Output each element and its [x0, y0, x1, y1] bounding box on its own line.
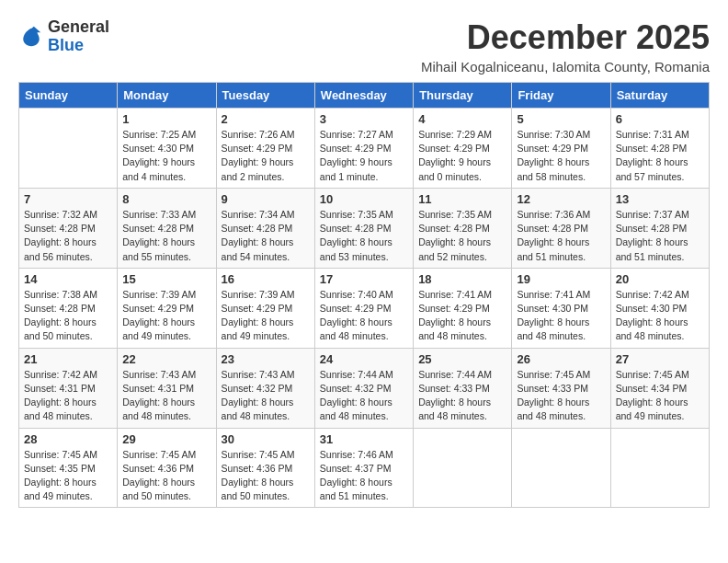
day-number: 6 [616, 112, 704, 126]
day-info: Sunrise: 7:26 AM Sunset: 4:29 PM Dayligh… [222, 128, 310, 184]
calendar-cell: 1Sunrise: 7:25 AM Sunset: 4:30 PM Daylig… [118, 109, 216, 189]
calendar-cell [414, 428, 512, 508]
calendar-cell: 27Sunrise: 7:45 AM Sunset: 4:34 PM Dayli… [610, 348, 709, 428]
location-title: Mihail Kogalniceanu, Ialomita County, Ro… [421, 59, 710, 75]
day-info: Sunrise: 7:30 AM Sunset: 4:29 PM Dayligh… [517, 128, 605, 184]
calendar-cell: 12Sunrise: 7:36 AM Sunset: 4:28 PM Dayli… [512, 188, 610, 268]
logo: General Blue [18, 18, 109, 55]
day-number: 13 [616, 192, 704, 206]
day-info: Sunrise: 7:34 AM Sunset: 4:28 PM Dayligh… [222, 208, 310, 264]
day-number: 27 [616, 352, 704, 366]
day-number: 4 [418, 112, 506, 126]
day-number: 10 [320, 192, 408, 206]
weekday-header-sunday: Sunday [19, 83, 118, 109]
title-block: December 2025 Mihail Kogalniceanu, Ialom… [421, 18, 710, 75]
day-info: Sunrise: 7:38 AM Sunset: 4:28 PM Dayligh… [24, 288, 112, 344]
day-number: 8 [122, 192, 210, 206]
calendar-cell [512, 428, 610, 508]
calendar-cell: 5Sunrise: 7:30 AM Sunset: 4:29 PM Daylig… [512, 109, 610, 189]
day-number: 11 [418, 192, 506, 206]
day-number: 21 [24, 352, 112, 366]
calendar-cell: 29Sunrise: 7:45 AM Sunset: 4:36 PM Dayli… [118, 428, 216, 508]
calendar-week-row: 7Sunrise: 7:32 AM Sunset: 4:28 PM Daylig… [19, 188, 710, 268]
day-info: Sunrise: 7:41 AM Sunset: 4:29 PM Dayligh… [418, 288, 506, 344]
weekday-header-friday: Friday [512, 83, 610, 109]
calendar-week-row: 28Sunrise: 7:45 AM Sunset: 4:35 PM Dayli… [19, 428, 710, 508]
calendar-cell: 7Sunrise: 7:32 AM Sunset: 4:28 PM Daylig… [19, 188, 118, 268]
weekday-header-saturday: Saturday [610, 83, 709, 109]
calendar-week-row: 1Sunrise: 7:25 AM Sunset: 4:30 PM Daylig… [19, 109, 710, 189]
day-number: 30 [222, 432, 310, 446]
day-number: 12 [517, 192, 605, 206]
day-number: 19 [517, 272, 605, 286]
day-number: 7 [24, 192, 112, 206]
calendar-table: SundayMondayTuesdayWednesdayThursdayFrid… [18, 82, 710, 508]
calendar-cell: 22Sunrise: 7:43 AM Sunset: 4:31 PM Dayli… [118, 348, 216, 428]
calendar-cell: 15Sunrise: 7:39 AM Sunset: 4:29 PM Dayli… [118, 268, 216, 348]
day-number: 31 [320, 432, 408, 446]
calendar-cell: 20Sunrise: 7:42 AM Sunset: 4:30 PM Dayli… [610, 268, 709, 348]
day-number: 28 [24, 432, 112, 446]
day-number: 5 [517, 112, 605, 126]
calendar-cell: 19Sunrise: 7:41 AM Sunset: 4:30 PM Dayli… [512, 268, 610, 348]
weekday-header-monday: Monday [118, 83, 216, 109]
day-info: Sunrise: 7:33 AM Sunset: 4:28 PM Dayligh… [122, 208, 210, 264]
day-info: Sunrise: 7:43 AM Sunset: 4:31 PM Dayligh… [122, 368, 210, 424]
day-info: Sunrise: 7:29 AM Sunset: 4:29 PM Dayligh… [418, 128, 506, 184]
calendar-cell: 14Sunrise: 7:38 AM Sunset: 4:28 PM Dayli… [19, 268, 118, 348]
weekday-header-thursday: Thursday [414, 83, 512, 109]
calendar-cell: 17Sunrise: 7:40 AM Sunset: 4:29 PM Dayli… [314, 268, 413, 348]
day-info: Sunrise: 7:45 AM Sunset: 4:35 PM Dayligh… [24, 448, 112, 504]
day-number: 9 [222, 192, 310, 206]
day-info: Sunrise: 7:35 AM Sunset: 4:28 PM Dayligh… [418, 208, 506, 264]
day-number: 18 [418, 272, 506, 286]
day-info: Sunrise: 7:37 AM Sunset: 4:28 PM Dayligh… [616, 208, 704, 264]
calendar-cell: 2Sunrise: 7:26 AM Sunset: 4:29 PM Daylig… [216, 109, 314, 189]
day-info: Sunrise: 7:27 AM Sunset: 4:29 PM Dayligh… [320, 128, 408, 184]
day-number: 2 [222, 112, 310, 126]
calendar-cell: 18Sunrise: 7:41 AM Sunset: 4:29 PM Dayli… [414, 268, 512, 348]
day-info: Sunrise: 7:43 AM Sunset: 4:32 PM Dayligh… [222, 368, 310, 424]
day-info: Sunrise: 7:32 AM Sunset: 4:28 PM Dayligh… [24, 208, 112, 264]
day-info: Sunrise: 7:35 AM Sunset: 4:28 PM Dayligh… [320, 208, 408, 264]
day-info: Sunrise: 7:45 AM Sunset: 4:36 PM Dayligh… [222, 448, 310, 504]
day-info: Sunrise: 7:42 AM Sunset: 4:31 PM Dayligh… [24, 368, 112, 424]
calendar-cell: 26Sunrise: 7:45 AM Sunset: 4:33 PM Dayli… [512, 348, 610, 428]
day-info: Sunrise: 7:41 AM Sunset: 4:30 PM Dayligh… [517, 288, 605, 344]
day-number: 17 [320, 272, 408, 286]
weekday-header-tuesday: Tuesday [216, 83, 314, 109]
month-title: December 2025 [421, 18, 710, 57]
calendar-cell: 6Sunrise: 7:31 AM Sunset: 4:28 PM Daylig… [610, 109, 709, 189]
day-info: Sunrise: 7:42 AM Sunset: 4:30 PM Dayligh… [616, 288, 704, 344]
day-number: 25 [418, 352, 506, 366]
day-info: Sunrise: 7:40 AM Sunset: 4:29 PM Dayligh… [320, 288, 408, 344]
calendar-cell [19, 109, 118, 189]
day-info: Sunrise: 7:25 AM Sunset: 4:30 PM Dayligh… [122, 128, 210, 184]
calendar-cell: 13Sunrise: 7:37 AM Sunset: 4:28 PM Dayli… [610, 188, 709, 268]
day-number: 23 [222, 352, 310, 366]
day-number: 26 [517, 352, 605, 366]
day-info: Sunrise: 7:45 AM Sunset: 4:34 PM Dayligh… [616, 368, 704, 424]
logo-text: General Blue [48, 18, 109, 55]
calendar-cell: 23Sunrise: 7:43 AM Sunset: 4:32 PM Dayli… [216, 348, 314, 428]
day-info: Sunrise: 7:39 AM Sunset: 4:29 PM Dayligh… [222, 288, 310, 344]
page-header: General Blue December 2025 Mihail Kogaln… [18, 18, 710, 75]
day-info: Sunrise: 7:46 AM Sunset: 4:37 PM Dayligh… [320, 448, 408, 504]
logo-icon [18, 24, 44, 50]
calendar-cell: 4Sunrise: 7:29 AM Sunset: 4:29 PM Daylig… [414, 109, 512, 189]
day-info: Sunrise: 7:44 AM Sunset: 4:33 PM Dayligh… [418, 368, 506, 424]
day-info: Sunrise: 7:39 AM Sunset: 4:29 PM Dayligh… [122, 288, 210, 344]
weekday-header-wednesday: Wednesday [314, 83, 413, 109]
day-number: 14 [24, 272, 112, 286]
day-number: 1 [122, 112, 210, 126]
day-info: Sunrise: 7:45 AM Sunset: 4:36 PM Dayligh… [122, 448, 210, 504]
day-info: Sunrise: 7:36 AM Sunset: 4:28 PM Dayligh… [517, 208, 605, 264]
day-number: 3 [320, 112, 408, 126]
weekday-header-row: SundayMondayTuesdayWednesdayThursdayFrid… [19, 83, 710, 109]
calendar-week-row: 21Sunrise: 7:42 AM Sunset: 4:31 PM Dayli… [19, 348, 710, 428]
day-number: 20 [616, 272, 704, 286]
calendar-cell: 10Sunrise: 7:35 AM Sunset: 4:28 PM Dayli… [314, 188, 413, 268]
calendar-cell: 24Sunrise: 7:44 AM Sunset: 4:32 PM Dayli… [314, 348, 413, 428]
calendar-cell: 31Sunrise: 7:46 AM Sunset: 4:37 PM Dayli… [314, 428, 413, 508]
calendar-cell: 25Sunrise: 7:44 AM Sunset: 4:33 PM Dayli… [414, 348, 512, 428]
